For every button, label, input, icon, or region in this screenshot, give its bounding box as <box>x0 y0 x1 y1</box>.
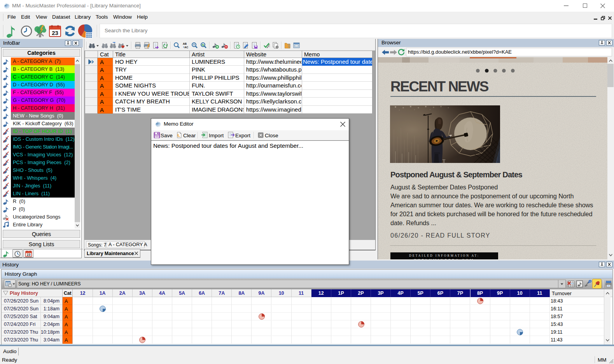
svg-text:AB: AB <box>183 42 187 45</box>
svg-text:23: 23 <box>52 30 58 36</box>
svg-text:T: T <box>443 158 446 163</box>
svg-text:23: 23 <box>27 253 31 257</box>
svg-text:AC: AC <box>184 46 188 49</box>
